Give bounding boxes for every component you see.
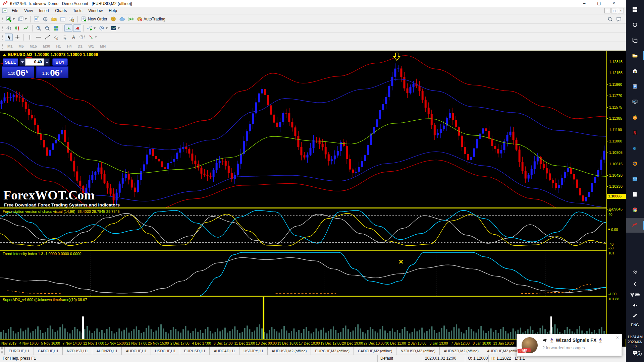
new-chart-button[interactable] (5, 15, 16, 23)
taskbar-notepad-button[interactable] (626, 187, 644, 202)
pane-separator[interactable] (0, 207, 626, 208)
chart-tab[interactable]: NZDUSD,H1 (63, 347, 92, 355)
superadx-indicator-pane[interactable] (0, 297, 606, 339)
taskbar-p-app-button[interactable]: P (626, 79, 644, 94)
collapse-triangle-icon[interactable] (3, 54, 6, 56)
new-order-button[interactable]: New Order (80, 15, 109, 23)
taskbar-ms-store-button[interactable] (626, 64, 644, 78)
chart-tab[interactable]: EURUSD,H1 (180, 347, 210, 355)
taskbar-task-view-button[interactable] (626, 33, 644, 48)
taskbar-system-monitor-button[interactable] (626, 95, 644, 109)
chart-tab[interactable]: AUDCHF,H1 (122, 347, 151, 355)
notification-close-icon[interactable]: × (616, 335, 619, 340)
taskbar-chrome-button[interactable] (626, 202, 644, 217)
chart-tab[interactable]: EURCHF,H1 (5, 347, 34, 355)
buy-button[interactable]: BUY (52, 58, 68, 66)
child-window-icon[interactable] (2, 8, 7, 13)
menu-insert[interactable]: Insert (36, 7, 52, 14)
timeframe-mn-button[interactable]: MN (97, 44, 109, 48)
main-chart-pane[interactable] (0, 51, 606, 207)
tray-language-button[interactable]: ENG (626, 320, 644, 329)
zoom-out-button[interactable] (43, 24, 51, 32)
chart-tab[interactable]: AUDCAD,H1 (210, 347, 239, 355)
child-minimize-button[interactable]: – (604, 8, 610, 13)
chart-tab[interactable]: CADCHF,H1 (34, 347, 63, 355)
tray-people-button[interactable] (626, 267, 644, 278)
profiles-button[interactable] (17, 15, 28, 23)
candles-chart-button[interactable] (13, 24, 21, 32)
tray-action-center-button[interactable]: 2 (626, 348, 644, 358)
toolbar-grip[interactable] (1, 16, 3, 22)
timeframe-m5-button[interactable]: M5 (15, 44, 26, 48)
tile-windows-button[interactable] (52, 24, 60, 32)
indicators-button[interactable] (86, 24, 97, 32)
chart-tab[interactable]: AUDNZD,H1 (92, 347, 122, 355)
taskbar-metatrader-button[interactable] (626, 218, 644, 233)
autotrading-button[interactable]: AutoTrading (136, 15, 167, 23)
tray-clock[interactable]: 11:24 AM2020-03-17 (626, 335, 644, 350)
signals-button[interactable] (127, 15, 135, 23)
text-label-button[interactable]: T (78, 34, 86, 41)
taskbar-cortana-button[interactable] (626, 17, 644, 32)
auto-scroll-button[interactable] (64, 24, 72, 32)
bars-chart-button[interactable] (5, 24, 13, 32)
market-watch-button[interactable] (33, 15, 41, 23)
toolbar-grip[interactable] (1, 43, 3, 49)
timeframe-m1-button[interactable]: M1 (4, 44, 15, 48)
cloud-button[interactable] (118, 15, 126, 23)
trendline-button[interactable] (43, 34, 51, 41)
data-window-button[interactable] (41, 15, 49, 23)
menu-help[interactable]: Help (106, 7, 120, 14)
pane-separator[interactable] (0, 296, 626, 297)
search-button[interactable] (606, 15, 614, 23)
tray-volume-muted-button[interactable] (626, 300, 644, 310)
child-restore-button[interactable]: ▢ (611, 8, 617, 13)
taskbar-orange-app-button[interactable] (626, 110, 644, 125)
timeframe-m30-button[interactable]: M30 (40, 44, 53, 48)
chart-shift-button[interactable] (73, 24, 81, 32)
chart-tab[interactable]: NZDUSD,M2 (offline) (396, 347, 440, 355)
chart-tab[interactable]: USDCHF,H1 (151, 347, 180, 355)
vline-button[interactable] (26, 34, 34, 41)
chart-tab[interactable]: AUDNZD,M2 (offline) (440, 347, 483, 355)
line-chart-button[interactable] (22, 24, 30, 32)
chaos-indicator-pane[interactable] (0, 208, 606, 250)
toolbar-grip[interactable] (1, 34, 3, 40)
timeframe-h4-button[interactable]: H4 (64, 44, 74, 48)
timeframe-d1-button[interactable]: D1 (75, 44, 86, 48)
terminal-button[interactable] (59, 15, 67, 23)
sell-price[interactable]: 1.10066 (2, 66, 34, 78)
tray-pen-button[interactable] (626, 310, 644, 320)
navigator-button[interactable] (50, 15, 58, 23)
lot-increase-button[interactable] (44, 58, 50, 66)
price-scale[interactable]: 1.123451.121551.119601.117701.115751.113… (606, 51, 626, 339)
hline-button[interactable] (35, 34, 43, 41)
periods-button[interactable] (98, 24, 109, 32)
zoom-in-button[interactable] (35, 24, 43, 32)
cursor-button[interactable] (5, 34, 13, 41)
fibonacci-button[interactable]: F (61, 34, 69, 41)
close-button[interactable]: × (606, 0, 621, 7)
menu-tools[interactable]: Tools (70, 7, 86, 14)
timeframe-m15-button[interactable]: M15 (27, 44, 40, 48)
notification-popup[interactable]: FREE Wizard Signals FX 2 forwarded messa… (517, 334, 622, 356)
sell-button[interactable]: SELL (3, 58, 18, 66)
tray-network-battery[interactable] (626, 290, 644, 300)
lot-decrease-button[interactable] (19, 58, 25, 66)
taskbar-start-button[interactable] (626, 2, 644, 17)
chat-button[interactable] (615, 15, 623, 23)
menu-file[interactable]: File (9, 7, 21, 14)
minimize-button[interactable]: – (577, 0, 592, 7)
timeframe-w1-button[interactable]: W1 (86, 44, 97, 48)
menu-charts[interactable]: Charts (52, 7, 70, 14)
timeframe-h1-button[interactable]: H1 (53, 44, 64, 48)
taskbar-firefox-button[interactable] (626, 156, 644, 171)
buy-price[interactable]: 1.10067 (36, 66, 68, 78)
taskbar-edge-button[interactable]: e (626, 141, 644, 156)
taskbar-mail-button[interactable] (626, 172, 644, 186)
arrows-button[interactable] (87, 34, 98, 41)
crosshair-button[interactable] (13, 34, 21, 41)
chart-tab[interactable]: EURCHF,M2 (offline) (311, 347, 354, 355)
chart-tab[interactable]: USDJPY,H1 (239, 347, 268, 355)
menu-view[interactable]: View (21, 7, 36, 14)
